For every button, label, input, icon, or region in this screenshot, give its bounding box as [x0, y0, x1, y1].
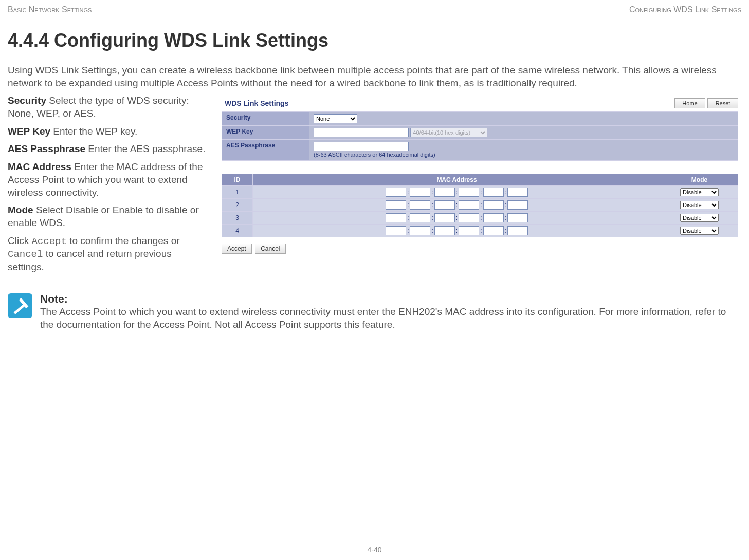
mac-octet[interactable]	[483, 188, 504, 197]
mac-octet[interactable]	[410, 200, 430, 210]
note-callout: Note: The Access Point to which you want…	[8, 292, 741, 331]
row-id: 1	[222, 186, 253, 199]
row-id: 2	[222, 199, 253, 212]
page-number: 4-40	[367, 546, 381, 554]
mac-octet[interactable]	[410, 188, 430, 197]
mac-octet[interactable]	[507, 200, 528, 210]
mac-address-table: ID MAC Address Mode 1 : : : : : Disable	[222, 174, 738, 237]
mode-select[interactable]: Disable	[680, 201, 719, 209]
aes-passphrase-label: AES Passphrase	[222, 140, 309, 161]
table-row: 1 : : : : : Disable	[222, 186, 738, 199]
mac-octet[interactable]	[459, 213, 479, 222]
def-mac-address: MAC Address Enter the MAC address of the…	[8, 161, 208, 199]
col-id: ID	[222, 174, 253, 186]
security-select[interactable]: None	[314, 114, 357, 123]
mac-octet[interactable]	[434, 200, 455, 210]
mac-octet[interactable]	[410, 226, 430, 235]
panel-title: WDS Link Settings	[222, 97, 291, 109]
note-label: Note:	[40, 293, 68, 305]
def-security: Security Select the type of WDS security…	[8, 95, 208, 120]
col-mode: Mode	[661, 174, 738, 186]
mac-octet[interactable]	[434, 213, 455, 222]
page-title: 4.4.4 Configuring WDS Link Settings	[8, 30, 741, 51]
def-mode: Mode Select Disable or Enable to disable…	[8, 204, 208, 229]
mac-octet[interactable]	[507, 213, 528, 222]
table-row: 4 : : : : : Disable	[222, 225, 738, 237]
reset-button[interactable]: Reset	[707, 98, 738, 108]
home-button[interactable]: Home	[674, 98, 705, 108]
mode-select[interactable]: Disable	[680, 214, 719, 222]
mac-octet[interactable]	[507, 226, 528, 235]
wep-bits-select[interactable]: 40/64-bit(10 hex digits)	[410, 128, 487, 137]
mac-octet[interactable]	[459, 188, 479, 197]
def-wep-key: WEP Key Enter the WEP key.	[8, 125, 208, 138]
wep-key-input[interactable]	[314, 128, 409, 137]
definitions-column: Security Select the type of WDS security…	[8, 95, 208, 278]
cancel-button[interactable]: Cancel	[255, 244, 285, 254]
aes-passphrase-input[interactable]	[314, 142, 409, 151]
note-body: The Access Point to which you want to ex…	[40, 306, 726, 330]
instruction-accept-cancel: Click Accept to confirm the changes or C…	[8, 235, 208, 274]
mac-octet[interactable]	[483, 200, 504, 210]
intro-paragraph: Using WDS Link Settings, you can create …	[8, 64, 741, 89]
col-mac: MAC Address	[253, 174, 661, 186]
mode-select[interactable]: Disable	[680, 188, 719, 196]
mac-octet[interactable]	[434, 226, 455, 235]
def-aes-passphrase: AES Passphrase Enter the AES passphrase.	[8, 143, 208, 156]
row-id: 4	[222, 225, 253, 237]
aes-hint: (8-63 ASCII characters or 64 hexadecimal…	[314, 152, 435, 158]
mac-octet[interactable]	[386, 226, 406, 235]
header-right: Configuring WDS Link Settings	[629, 5, 741, 14]
note-icon	[8, 293, 32, 318]
mac-octet[interactable]	[459, 226, 479, 235]
mode-select[interactable]: Disable	[680, 227, 719, 235]
mac-octet[interactable]	[410, 213, 430, 222]
security-label: Security	[222, 112, 309, 126]
mac-octet[interactable]	[483, 226, 504, 235]
table-row: 2 : : : : : Disable	[222, 199, 738, 212]
mac-octet[interactable]	[483, 213, 504, 222]
table-row: 3 : : : : : Disable	[222, 212, 738, 225]
mac-octet[interactable]	[386, 213, 406, 222]
mac-octet[interactable]	[386, 188, 406, 197]
mac-octet[interactable]	[434, 188, 455, 197]
accept-button[interactable]: Accept	[222, 244, 252, 254]
mac-octet[interactable]	[507, 188, 528, 197]
header-left: Basic Network Settings	[8, 5, 92, 14]
row-id: 3	[222, 212, 253, 225]
mac-octet[interactable]	[386, 200, 406, 210]
security-form-table: Security None WEP Key 40/64-bit(10 hex d…	[222, 111, 738, 161]
wep-key-label: WEP Key	[222, 126, 309, 140]
mac-octet[interactable]	[459, 200, 479, 210]
running-header: Basic Network Settings Configuring WDS L…	[8, 5, 741, 14]
embedded-screenshot: WDS Link Settings Home Reset Security No…	[218, 95, 741, 254]
